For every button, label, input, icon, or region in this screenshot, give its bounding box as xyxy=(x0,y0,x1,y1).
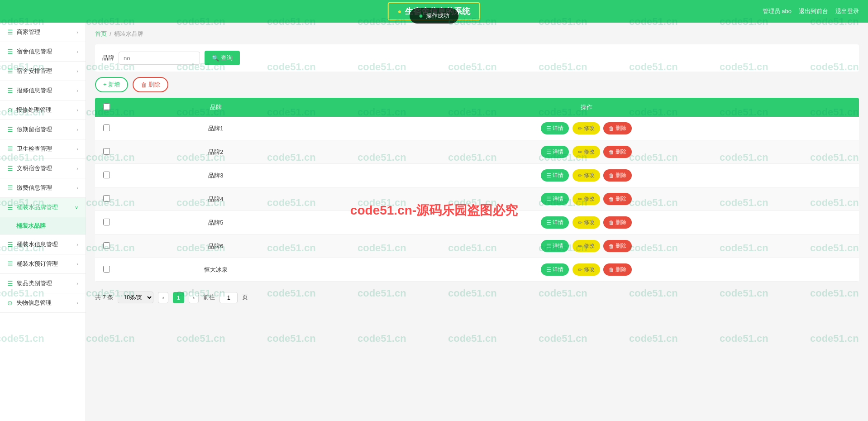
page-label: 页 xyxy=(242,293,248,301)
delete-row-icon-4: 🗑 xyxy=(609,220,614,226)
query-button[interactable]: 🔍 查询 xyxy=(205,51,240,65)
sidebar-label-dormitory-arrange: 宿舍安排管理 xyxy=(17,67,52,75)
row-checkbox-6[interactable] xyxy=(103,266,110,273)
sidebar-label-invoice: 缴费信息管理 xyxy=(17,184,52,192)
row-actions-6: ☰ 详情 ✏ 修改 🗑 删除 xyxy=(314,258,859,282)
prev-page-button[interactable]: ‹ xyxy=(158,292,168,303)
toast-notification: ● 操作成功 xyxy=(410,8,458,24)
detail-icon-4: ☰ xyxy=(546,220,551,226)
sidebar-item-dormitory-info[interactable]: ☰ 宿舍信息管理 › xyxy=(0,42,86,62)
detail-button-6[interactable]: ☰ 详情 xyxy=(541,263,569,276)
detail-button-4[interactable]: ☰ 详情 xyxy=(541,216,569,229)
detail-icon-1: ☰ xyxy=(546,149,551,155)
add-button[interactable]: + 新增 xyxy=(95,77,128,92)
lost-info-arrow: › xyxy=(76,300,78,306)
lost-info-icon: ⊙ xyxy=(7,299,13,306)
detail-button-5[interactable]: ☰ 详情 xyxy=(541,240,569,252)
row-checkbox-2[interactable] xyxy=(103,172,110,178)
delete-button-2[interactable]: 🗑 删除 xyxy=(603,169,632,182)
sidebar-item-holiday-stay[interactable]: ☰ 假期留宿管理 › xyxy=(0,120,86,139)
sidebar-item-bottled-water-brand[interactable]: ☰ 桶装水品牌管理 ∨ xyxy=(0,198,86,217)
delete-icon: 🗑 xyxy=(141,81,147,88)
delete-button-4[interactable]: 🗑 删除 xyxy=(603,216,632,229)
sidebar-item-dormitory-arrange[interactable]: ☰ 宿舍安排管理 › xyxy=(0,62,86,81)
row-brand-6: 恒大冰泉 xyxy=(118,258,314,282)
detail-button-3[interactable]: ☰ 详情 xyxy=(541,193,569,205)
edit-button-5[interactable]: ✏ 修改 xyxy=(572,240,600,252)
sidebar-item-goods-category[interactable]: ☰ 物品类别管理 › xyxy=(0,274,86,293)
row-checkbox-0[interactable] xyxy=(103,124,110,131)
main-layout: ☰ 商家管理 › ☰ 宿舍信息管理 › ☰ 宿舍安排管理 › ☰ 报修信息管理 xyxy=(0,23,868,421)
sidebar-item-health[interactable]: ☰ 卫生检查管理 › xyxy=(0,139,86,159)
table-row: 品牌1 ☰ 详情 ✏ 修改 🗑 删除 xyxy=(95,117,859,140)
search-input[interactable] xyxy=(119,52,200,65)
search-icon: 🔍 xyxy=(212,55,219,62)
bottled-water-brand-icon: ☰ xyxy=(7,204,13,211)
delete-button-6[interactable]: 🗑 删除 xyxy=(603,263,632,276)
row-checkbox-1[interactable] xyxy=(103,148,110,155)
delete-button-label: 删除 xyxy=(148,81,160,89)
civilized-arrow: › xyxy=(76,166,78,171)
row-checkbox-5[interactable] xyxy=(103,242,110,249)
detail-button-2[interactable]: ☰ 详情 xyxy=(541,169,569,182)
logout-button[interactable]: 退出登录 xyxy=(835,7,859,15)
toast-message: 操作成功 xyxy=(426,12,449,20)
next-page-button[interactable]: › xyxy=(189,292,199,303)
sidebar-item-merchant[interactable]: ☰ 商家管理 › xyxy=(0,23,86,42)
sidebar-item-invoice[interactable]: ☰ 缴费信息管理 › xyxy=(0,178,86,198)
edit-button-3[interactable]: ✏ 修改 xyxy=(572,193,600,205)
edit-button-0[interactable]: ✏ 修改 xyxy=(572,122,600,134)
delete-button-3[interactable]: 🗑 删除 xyxy=(603,193,632,205)
row-actions-3: ☰ 详情 ✏ 修改 🗑 删除 xyxy=(314,187,859,211)
detail-icon-3: ☰ xyxy=(546,196,551,202)
toast-dot: ● xyxy=(419,12,423,20)
detail-button-1[interactable]: ☰ 详情 xyxy=(541,146,569,158)
current-page-button[interactable]: 1 xyxy=(173,292,184,303)
edit-button-2[interactable]: ✏ 修改 xyxy=(572,169,600,182)
sidebar: ☰ 商家管理 › ☰ 宿舍信息管理 › ☰ 宿舍安排管理 › ☰ 报修信息管理 xyxy=(0,23,86,421)
delete-button-0[interactable]: 🗑 删除 xyxy=(603,122,632,134)
dormitory-info-icon: ☰ xyxy=(7,48,13,55)
sidebar-item-civilized[interactable]: ☰ 文明宿舍管理 › xyxy=(0,159,86,178)
sidebar-label-merchant: 商家管理 xyxy=(17,28,40,36)
detail-icon-5: ☰ xyxy=(546,243,551,249)
sidebar-item-bottled-water-preorder[interactable]: ☰ 桶装水预订管理 › xyxy=(0,254,86,274)
edit-button-6[interactable]: ✏ 修改 xyxy=(572,263,600,276)
row-checkbox-cell xyxy=(95,234,118,258)
delete-button-5[interactable]: 🗑 删除 xyxy=(603,240,632,252)
invoice-arrow: › xyxy=(76,185,78,191)
detail-button-0[interactable]: ☰ 详情 xyxy=(541,122,569,134)
edit-icon-5: ✏ xyxy=(578,243,582,249)
edit-icon-4: ✏ xyxy=(578,220,582,226)
search-label: 品牌 xyxy=(102,54,114,62)
delete-button-1[interactable]: 🗑 删除 xyxy=(603,146,632,158)
table-row: 品牌3 ☰ 详情 ✏ 修改 🗑 删除 xyxy=(95,164,859,187)
edit-icon-3: ✏ xyxy=(578,196,582,202)
breadcrumb-home[interactable]: 首页 xyxy=(95,30,107,38)
sidebar-label-holiday-stay: 假期留宿管理 xyxy=(17,125,52,134)
header-nav: 管理员 abo 退出到前台 退出登录 xyxy=(763,7,859,15)
sidebar-item-repair-info[interactable]: ☰ 报修信息管理 › xyxy=(0,81,86,100)
table-row: 品牌5 ☰ 详情 ✏ 修改 🗑 删除 xyxy=(95,211,859,234)
goods-category-icon: ☰ xyxy=(7,280,13,287)
back-to-frontend-button[interactable]: 退出到前台 xyxy=(799,7,828,15)
edit-button-1[interactable]: ✏ 修改 xyxy=(572,146,600,158)
sidebar-item-repair-process[interactable]: ⊙ 报修处理管理 › xyxy=(0,100,86,120)
row-checkbox-4[interactable] xyxy=(103,219,110,225)
sidebar-item-lost-info[interactable]: ⊙ 失物信息管理 › xyxy=(0,293,86,313)
data-table: 品牌 操作 品牌1 ☰ 详情 ✏ 修改 🗑 删除 xyxy=(95,98,859,282)
merchant-arrow: › xyxy=(76,29,78,35)
edit-button-4[interactable]: ✏ 修改 xyxy=(572,216,600,229)
row-actions-2: ☰ 详情 ✏ 修改 🗑 删除 xyxy=(314,164,859,187)
goto-input[interactable] xyxy=(219,292,238,303)
breadcrumb: 首页 / 桶装水品牌 xyxy=(95,30,859,38)
sidebar-label-lost-info: 失物信息管理 xyxy=(16,299,52,307)
batch-delete-button[interactable]: 🗑 删除 xyxy=(133,77,168,92)
page-size-select[interactable]: 10条/页 20条/页 50条/页 xyxy=(118,292,153,303)
row-checkbox-3[interactable] xyxy=(103,195,110,202)
civilized-icon: ☰ xyxy=(7,165,13,172)
select-all-checkbox[interactable] xyxy=(103,103,110,110)
sidebar-subitem-bottled-water-brand[interactable]: 桶装水品牌 xyxy=(0,217,86,235)
sidebar-item-bottled-water-info[interactable]: ☰ 桶装水信息管理 › xyxy=(0,235,86,254)
health-arrow: › xyxy=(76,146,78,152)
